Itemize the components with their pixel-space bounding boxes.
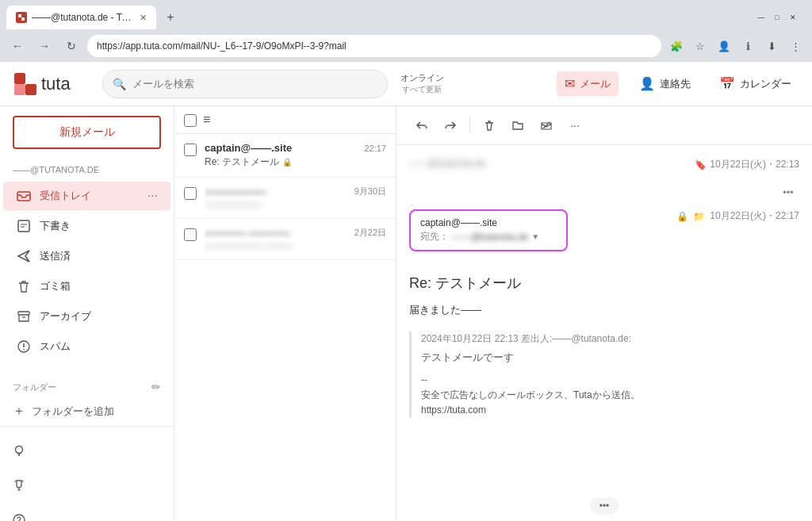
mail-detail-more-row: ••• <box>409 181 799 203</box>
mail-item-3-content: ———— ———— 2月22日 —————— ——— <box>205 227 386 251</box>
profile-icon[interactable]: 👤 <box>714 36 734 56</box>
add-folder-button[interactable]: ＋ フォルダーを追加 <box>0 396 174 426</box>
main-content: 新規メール ——@TUTANOTA.DE 受信トレイ ··· 下書き <box>0 106 812 521</box>
mail-signature: -- 安全で広告なしのメールボックス、Tutaから送信。 https://tut… <box>421 373 799 419</box>
sidebar-item-spam-label: スパム <box>40 339 71 354</box>
active-tab[interactable]: ——@tutanota.de - Tuta Mail ✕ <box>6 6 156 29</box>
select-all-checkbox[interactable] <box>184 114 197 127</box>
mail-checkbox-2[interactable] <box>184 187 197 200</box>
sidebar-item-drafts[interactable]: 下書き <box>3 212 170 240</box>
search-bar[interactable]: 🔍 <box>102 70 388 98</box>
tab-title: ——@tutanota.de - Tuta Mail <box>32 12 135 23</box>
sidebar-inbox-more-button[interactable]: ··· <box>147 189 158 203</box>
mail-quoted-section: 2024年10月22日 22:13 差出人:——@tutanota.de: テス… <box>409 331 799 419</box>
signature-line3: https://tuta.com <box>421 403 799 418</box>
back-button[interactable]: ← <box>6 35 29 57</box>
bookmark-icon[interactable]: ☆ <box>690 36 710 56</box>
minimize-button[interactable]: — <box>755 11 768 24</box>
sidebar-item-archive[interactable]: アーカイブ <box>3 302 170 331</box>
mail-detail-bottom-more: ••• <box>396 491 812 521</box>
sidebar-folders-section: フォルダー ✏ <box>0 374 174 396</box>
delete-button[interactable] <box>477 113 502 138</box>
forward-button[interactable]: → <box>33 35 56 57</box>
address-bar-row: ← → ↻ 🧩 ☆ 👤 ℹ ⬇ ⋮ <box>0 30 812 62</box>
mail-detail-from: ——@tutanota.de <box>409 158 485 169</box>
tab-close-button[interactable]: ✕ <box>140 13 147 23</box>
sidebar-item-sent[interactable]: 送信済 <box>3 242 170 270</box>
mail-checkbox-3[interactable] <box>184 228 197 241</box>
move-button[interactable] <box>505 113 530 138</box>
mail-subject-line: Re: テストメール <box>409 274 799 293</box>
detail-more-button[interactable]: ••• <box>777 181 799 203</box>
nav-mail-button[interactable]: ✉ メール <box>557 71 619 96</box>
mail-subject-2: —————— <box>205 199 386 210</box>
browser-icon-group: 🧩 ☆ 👤 ℹ ⬇ ⋮ <box>666 36 806 56</box>
spam-icon <box>16 339 32 354</box>
mail-item-2[interactable]: —————— 9月30日 —————— <box>174 178 396 219</box>
logo-text: tuta <box>41 74 71 94</box>
sender-card: captain@——.site 宛先： ——@tutanota.de ▼ <box>409 209 568 251</box>
mail-body: 届きました—— 2024年10月22日 22:13 差出人:——@tutanot… <box>409 302 799 418</box>
svg-point-10 <box>13 515 25 521</box>
more-options-button[interactable]: ··· <box>562 113 588 138</box>
tab-bar: ——@tutanota.de - Tuta Mail ✕ + — □ ✕ <box>0 0 812 30</box>
new-mail-button[interactable]: 新規メール <box>13 116 161 149</box>
folder-icon: 📁 <box>693 211 705 222</box>
new-tab-button[interactable]: + <box>159 6 182 29</box>
sidebar-item-inbox[interactable]: 受信トレイ ··· <box>3 182 170 210</box>
extensions-icon[interactable]: 🧩 <box>666 36 687 56</box>
nav-contacts-button[interactable]: 👤 連絡先 <box>631 71 699 96</box>
mail-list-toolbar: ≡ <box>174 106 396 134</box>
online-badge[interactable]: オンライン すべて更新 <box>400 72 444 95</box>
maximize-button[interactable]: □ <box>771 11 783 24</box>
sidebar-item-trash-label: ゴミ箱 <box>40 279 71 293</box>
search-input[interactable] <box>132 78 377 90</box>
logo-icon <box>13 71 38 97</box>
info-icon[interactable]: ℹ <box>737 36 758 56</box>
filter-icon[interactable]: ≡ <box>203 113 210 127</box>
sidebar-footer-bulb-icon[interactable] <box>3 435 35 466</box>
mail-item-3-header: ———— ———— 2月22日 <box>205 227 386 239</box>
quoted-header: 2024年10月22日 22:13 差出人:——@tutanota.de: <box>421 331 799 347</box>
mail-lock-date: 🔒 📁 10月22日(火)・22:17 <box>676 209 799 223</box>
mail-detail: ··· ——@tutanota.de 🔖 10月22日(火)・22:13 ••• <box>396 106 812 521</box>
nav-calendar-button[interactable]: 📅 カレンダー <box>711 71 799 96</box>
mail-sender-1: captain@——.site <box>205 142 292 154</box>
edit-folders-icon[interactable]: ✏ <box>151 381 161 393</box>
toolbar-divider-1 <box>469 117 470 133</box>
sidebar: 新規メール ——@TUTANOTA.DE 受信トレイ ··· 下書き <box>0 106 174 521</box>
svg-point-9 <box>16 446 23 454</box>
download-icon[interactable]: ⬇ <box>761 36 782 56</box>
sidebar-footer-help-icon[interactable] <box>3 504 35 521</box>
sidebar-footer-trophy-icon[interactable] <box>3 469 35 501</box>
reload-button[interactable]: ↻ <box>60 35 82 57</box>
top-nav: tuta 🔍 オンライン すべて更新 ✉ メール 👤 連絡先 <box>0 62 812 106</box>
reply-button[interactable] <box>409 113 435 138</box>
mail-item-3[interactable]: ———— ———— 2月22日 —————— ——— <box>174 219 396 260</box>
bottom-more-button[interactable]: ••• <box>590 497 619 515</box>
sidebar-item-trash[interactable]: ゴミ箱 <box>3 272 170 301</box>
sent-icon <box>16 248 32 264</box>
svg-rect-0 <box>18 14 21 17</box>
archive-icon <box>16 308 32 324</box>
forward-button[interactable] <box>438 113 463 138</box>
inbox-icon <box>16 188 32 204</box>
trash-icon <box>16 278 32 294</box>
sidebar-account: ——@TUTANOTA.DE <box>0 162 174 181</box>
signature-line1: -- <box>421 373 799 388</box>
mail-detail-content: ——@tutanota.de 🔖 10月22日(火)・22:13 ••• cap… <box>396 145 812 491</box>
address-input[interactable] <box>87 35 661 57</box>
mark-read-button[interactable] <box>534 113 559 138</box>
close-button[interactable]: ✕ <box>787 11 799 24</box>
logo: tuta <box>13 71 71 97</box>
menu-icon[interactable]: ⋮ <box>785 36 806 56</box>
mail-list: ≡ captain@——.site 22:17 Re: テストメール 🔒 <box>174 106 396 521</box>
mail-body-line1: 届きました—— <box>409 302 799 319</box>
mail-checkbox-1[interactable] <box>184 144 197 156</box>
svg-rect-2 <box>14 73 25 84</box>
sender-card-dropdown-icon[interactable]: ▼ <box>531 232 539 241</box>
mail-item-1[interactable]: captain@——.site 22:17 Re: テストメール 🔒 <box>174 134 396 178</box>
flag-icon: 🔖 <box>695 159 707 170</box>
mail-time-2: 9月30日 <box>354 186 386 197</box>
sidebar-item-spam[interactable]: スパム <box>3 332 170 361</box>
